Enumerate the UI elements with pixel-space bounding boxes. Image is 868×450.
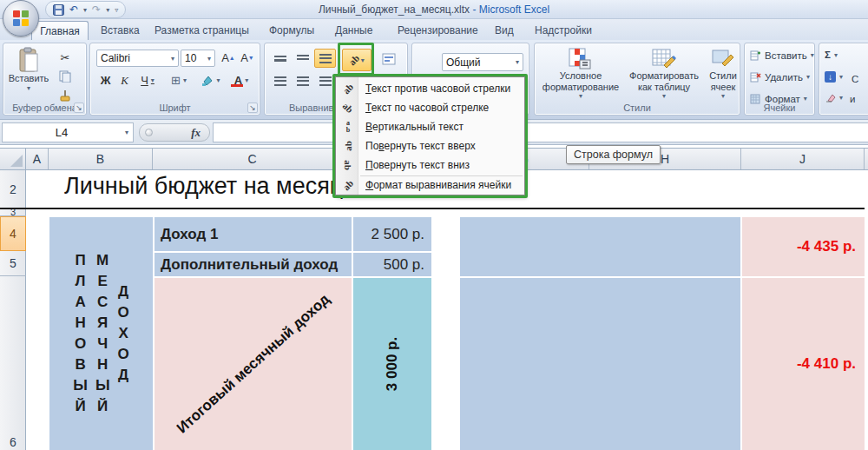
format-painter-button[interactable]	[54, 87, 76, 104]
font-name-select[interactable]: Calibri	[96, 50, 179, 67]
number-format-select[interactable]: Общий	[442, 53, 523, 71]
menu-item-rotate-ccw[interactable]: ab Текст против часовой стрелки	[336, 79, 524, 98]
cell-total-income-value[interactable]: 3 000 р.	[353, 278, 431, 450]
copy-icon	[59, 70, 71, 83]
cell-planned-balance-label[interactable]: ПЛАН ОВЫЙ ОСТАТ ОК (план овый доход мину…	[460, 217, 740, 276]
delete-cells-button[interactable]: Удалить▾	[750, 71, 810, 83]
wrap-text-button[interactable]	[376, 49, 402, 69]
cell-actual-balance-label[interactable]: ФАКТИЧЕСКИЙ ОСТАТОК (фактический доход м…	[460, 278, 740, 450]
redo-dropdown-icon[interactable]: ▾	[106, 6, 109, 14]
vertical-text-icon: a b	[340, 120, 356, 134]
shrink-font-button[interactable]: А▼	[238, 48, 257, 68]
insert-cells-icon	[750, 50, 761, 61]
title-underline	[0, 208, 865, 209]
scissors-icon: ✂	[61, 51, 70, 64]
tab-view[interactable]: Вид	[486, 21, 523, 40]
tab-page-layout[interactable]: Разметка страницы	[146, 21, 258, 40]
cell-planned-balance-value[interactable]: -4 435 р.	[742, 217, 865, 276]
fill-color-button[interactable]	[197, 71, 225, 89]
orientation-button[interactable]: ab ▾	[342, 49, 372, 71]
sheet-title: Личный бюджет на месяц	[64, 173, 343, 200]
cell-income2-label[interactable]: Дополнительный доход	[155, 253, 352, 276]
cell-actual-balance-value[interactable]: -4 410 р.	[742, 278, 865, 450]
group-label-cells: Ячейки	[745, 103, 814, 113]
title-bar: Личный_бюджет_на_месяц.xltx - Microsoft …	[0, 0, 868, 19]
font-dialog-launcher-icon[interactable]: ↘	[247, 103, 258, 113]
tab-review[interactable]: Рецензирование	[389, 21, 487, 40]
tab-formulas[interactable]: Формулы	[260, 21, 323, 40]
column-header-b[interactable]: B	[49, 149, 153, 169]
undo-dropdown-icon[interactable]: ▾	[83, 6, 87, 14]
format-painter-icon	[59, 89, 71, 102]
borders-icon: ⊞	[171, 74, 181, 87]
column-header-j[interactable]: J	[741, 149, 865, 169]
clipboard-dialog-launcher-icon[interactable]: ↘	[74, 103, 84, 113]
column-header-c[interactable]: C	[153, 149, 352, 169]
sigma-icon: Σ	[825, 50, 831, 60]
format-as-table-button[interactable]: Форматировать как таблицу▾	[623, 48, 705, 100]
formula-bar-tooltip: Строка формул	[566, 145, 661, 164]
font-color-button[interactable]: А	[227, 71, 255, 89]
menu-item-format-alignment[interactable]: ab Формат выравнивания ячейки	[336, 175, 524, 195]
autosum-button[interactable]: Σ▾	[825, 50, 838, 60]
office-button[interactable]	[3, 0, 39, 36]
cell-income1-label[interactable]: Доход 1	[155, 217, 352, 251]
redo-icon[interactable]: ↷	[92, 4, 101, 15]
save-icon[interactable]	[53, 4, 64, 16]
row-header-6[interactable]: 6	[0, 276, 26, 450]
customize-qat-icon[interactable]: ▿	[115, 6, 118, 14]
menu-item-vertical-text[interactable]: a b Вертикальный текст	[336, 117, 524, 136]
name-box-dropdown-icon[interactable]: ▾	[121, 129, 133, 136]
eraser-icon	[825, 93, 836, 103]
insert-cells-button[interactable]: Вставить▾	[750, 50, 814, 61]
row-header-5[interactable]: 5	[0, 251, 26, 276]
name-box[interactable]: L4 ▾	[2, 122, 134, 142]
conditional-formatting-button[interactable]: Условное форматирование▾	[540, 48, 621, 100]
menu-item-rotate-down[interactable]: ab Повернуть текст вниз	[336, 156, 524, 175]
excel-window: Личный_бюджет_на_месяц.xltx - Microsoft …	[0, 0, 868, 450]
insert-function-icon[interactable]: fx	[191, 126, 201, 140]
cell-income1-value[interactable]: 2 500 р.	[353, 217, 431, 251]
grow-font-button[interactable]: А▲	[219, 48, 238, 68]
total-income-rotated-text: 3 000 р.	[384, 337, 401, 391]
tab-insert[interactable]: Вставка	[92, 21, 148, 40]
cut-button[interactable]: ✂	[54, 49, 76, 66]
align-right-button[interactable]	[314, 71, 336, 90]
menu-item-rotate-up[interactable]: ab Повернуть текст вверх	[336, 136, 524, 156]
tab-home[interactable]: Главная	[31, 21, 89, 40]
sheet-grid: Личный бюджет на месяц П Л А Н О В Ы Й М…	[26, 170, 868, 450]
align-middle-button[interactable]	[292, 49, 313, 68]
fill-color-icon	[201, 76, 214, 86]
italic-button[interactable]: К	[115, 71, 134, 89]
tab-addins[interactable]: Надстройки	[526, 21, 601, 40]
cell-total-income-label[interactable]: Итоговый месячный доход	[155, 278, 352, 450]
font-size-select[interactable]: 10	[181, 50, 215, 67]
clear-button[interactable]: ▾	[825, 93, 843, 103]
rotate-text-down-icon: ab	[343, 157, 353, 173]
align-top-button[interactable]	[269, 49, 291, 68]
tab-data[interactable]: Данные	[326, 21, 381, 40]
fill-button[interactable]: ↓ ▾	[825, 71, 843, 83]
copy-button[interactable]	[54, 68, 76, 85]
row-header-3[interactable]: 3	[0, 208, 26, 216]
text-clockwise-icon: ab	[339, 98, 357, 116]
borders-button[interactable]: ⊞	[165, 71, 193, 89]
align-left-button[interactable]	[269, 71, 291, 90]
bold-button[interactable]: Ж	[96, 71, 115, 89]
underline-button[interactable]: Ч	[135, 71, 161, 89]
select-all-corner[interactable]	[0, 149, 26, 169]
column-header-a[interactable]: A	[26, 149, 49, 169]
align-center-button[interactable]	[292, 71, 313, 90]
menu-item-rotate-cw[interactable]: ab Текст по часовой стрелке	[336, 98, 524, 117]
formula-input[interactable]	[213, 122, 868, 142]
cell-styles-button[interactable]: Стили ячеек▾	[705, 48, 741, 100]
cell-planned-monthly-income[interactable]: П Л А Н О В Ы Й М Е С Я Ч Н Ы Й Д О Х О …	[49, 217, 153, 450]
format-cell-alignment-icon: ab	[339, 175, 357, 194]
row-header-4[interactable]: 4	[0, 216, 26, 251]
cell-income2-value[interactable]: 500 р.	[353, 253, 431, 276]
undo-icon[interactable]: ↶	[69, 4, 78, 15]
row-header-2[interactable]: 2	[0, 170, 26, 208]
group-editing: Σ▾ ↓ ▾ ▾ С и	[819, 43, 868, 116]
paste-button[interactable]: Вставить ▾	[9, 47, 49, 92]
align-bottom-button[interactable]	[314, 49, 336, 68]
